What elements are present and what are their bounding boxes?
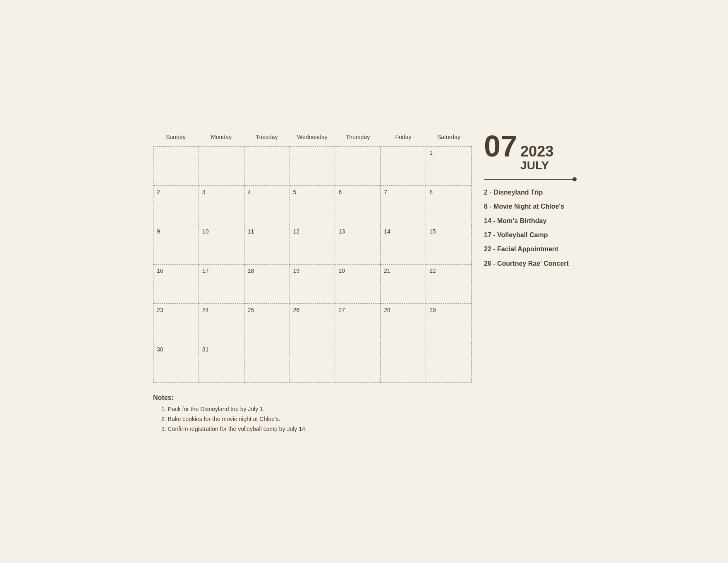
cell-number: 16	[157, 267, 163, 274]
calendar-cell: 2	[153, 186, 199, 225]
day-header-sunday: Sunday	[153, 131, 199, 144]
cell-number: 5	[293, 189, 297, 195]
cell-number: 24	[202, 307, 209, 313]
calendar-cell: 30	[153, 343, 199, 383]
cell-number: 3	[202, 189, 206, 195]
cell-number: 6	[338, 189, 342, 195]
calendar-cell: 29	[426, 304, 472, 343]
event-item: 14 - Mom's Birthday	[484, 217, 575, 226]
cell-number: 7	[384, 189, 387, 195]
cell-number: 30	[157, 346, 163, 353]
calendar-cell: 28	[381, 304, 426, 343]
cell-number: 31	[202, 346, 209, 353]
calendar-cell: 25	[244, 304, 290, 343]
cell-number: 29	[429, 307, 436, 313]
cell-number: 18	[248, 267, 254, 274]
calendar-grid: 1234567891011121314151617181920212223242…	[153, 146, 472, 383]
calendar-cell	[244, 343, 290, 383]
cell-number: 8	[429, 189, 433, 195]
cell-number: 17	[202, 267, 209, 274]
day-header-tuesday: Tuesday	[244, 131, 290, 144]
day-header-wednesday: Wednesday	[290, 131, 335, 144]
calendar-cell: 6	[335, 186, 381, 225]
sidebar-divider	[484, 179, 575, 180]
calendar-cell	[335, 343, 381, 383]
calendar-cell: 20	[335, 265, 381, 304]
sidebar: 07 2023 JULY 2 - Disneyland Trip8 - Movi…	[484, 131, 575, 269]
month-year-header: 07 2023 JULY	[484, 131, 575, 172]
calendar-cell	[426, 343, 472, 383]
calendar-cell: 31	[199, 343, 244, 383]
day-header-friday: Friday	[381, 131, 426, 144]
calendar-cell	[335, 147, 381, 186]
cell-number: 15	[429, 228, 436, 235]
day-header-thursday: Thursday	[335, 131, 381, 144]
note-item: 2. Bake cookies for the movie night at C…	[161, 416, 472, 422]
year-text: 2023	[520, 143, 553, 160]
calendar-cell: 7	[381, 186, 426, 225]
calendar-cell: 9	[153, 225, 199, 265]
notes-title: Notes:	[153, 394, 472, 402]
calendar-cell: 14	[381, 225, 426, 265]
calendar-cell: 1	[426, 147, 472, 186]
calendar-cell: 8	[426, 186, 472, 225]
cell-number: 12	[293, 228, 300, 235]
calendar-cell: 22	[426, 265, 472, 304]
cell-number: 10	[202, 228, 209, 235]
month-number: 07	[484, 131, 517, 161]
calendar-cell: 10	[199, 225, 244, 265]
calendar-cell	[290, 343, 335, 383]
day-header-monday: Monday	[199, 131, 244, 144]
cell-number: 21	[384, 267, 390, 274]
day-header-saturday: Saturday	[426, 131, 472, 144]
event-item: 17 - Volleyball Camp	[484, 231, 575, 240]
calendar-cell	[381, 147, 426, 186]
calendar-cell: 16	[153, 265, 199, 304]
calendar-cell	[153, 147, 199, 186]
page-container: SundayMondayTuesdayWednesdayThursdayFrid…	[136, 119, 592, 445]
event-list: 2 - Disneyland Trip8 - Movie Night at Ch…	[484, 188, 575, 268]
month-text: JULY	[520, 159, 553, 172]
cell-number: 26	[293, 307, 300, 313]
calendar-cell: 23	[153, 304, 199, 343]
calendar-cell: 11	[244, 225, 290, 265]
calendar-cell: 27	[335, 304, 381, 343]
day-headers: SundayMondayTuesdayWednesdayThursdayFrid…	[153, 131, 472, 144]
calendar-cell: 5	[290, 186, 335, 225]
notes-section: Notes: 1. Pack for the Disneyland trip b…	[153, 394, 472, 432]
cell-number: 9	[157, 228, 160, 235]
cell-number: 20	[338, 267, 345, 274]
cell-number: 27	[338, 307, 345, 313]
calendar-cell: 17	[199, 265, 244, 304]
event-item: 8 - Movie Night at Chloe's	[484, 202, 575, 211]
calendar-section: SundayMondayTuesdayWednesdayThursdayFrid…	[153, 131, 472, 432]
cell-number: 2	[157, 189, 160, 195]
calendar-cell	[381, 343, 426, 383]
event-item: 26 - Courtney Rae' Concert	[484, 259, 575, 268]
calendar-cell: 3	[199, 186, 244, 225]
cell-number: 19	[293, 267, 300, 274]
calendar-cell: 18	[244, 265, 290, 304]
year-month-stack: 2023 JULY	[520, 143, 553, 172]
calendar-cell	[290, 147, 335, 186]
main-content: SundayMondayTuesdayWednesdayThursdayFrid…	[153, 131, 575, 432]
calendar-cell: 21	[381, 265, 426, 304]
cell-number: 28	[384, 307, 390, 313]
calendar-cell	[199, 147, 244, 186]
cell-number: 23	[157, 307, 163, 313]
notes-list: 1. Pack for the Disneyland trip by July …	[153, 406, 472, 432]
note-item: 1. Pack for the Disneyland trip by July …	[161, 406, 472, 412]
calendar-cell: 26	[290, 304, 335, 343]
calendar-cell: 24	[199, 304, 244, 343]
cell-number: 1	[429, 149, 433, 156]
calendar-cell: 19	[290, 265, 335, 304]
cell-number: 25	[248, 307, 254, 313]
cell-number: 11	[248, 228, 254, 235]
cell-number: 22	[429, 267, 436, 274]
calendar-cell: 15	[426, 225, 472, 265]
calendar-cell: 12	[290, 225, 335, 265]
calendar-cell: 4	[244, 186, 290, 225]
cell-number: 14	[384, 228, 390, 235]
calendar-cell	[244, 147, 290, 186]
cell-number: 13	[338, 228, 345, 235]
